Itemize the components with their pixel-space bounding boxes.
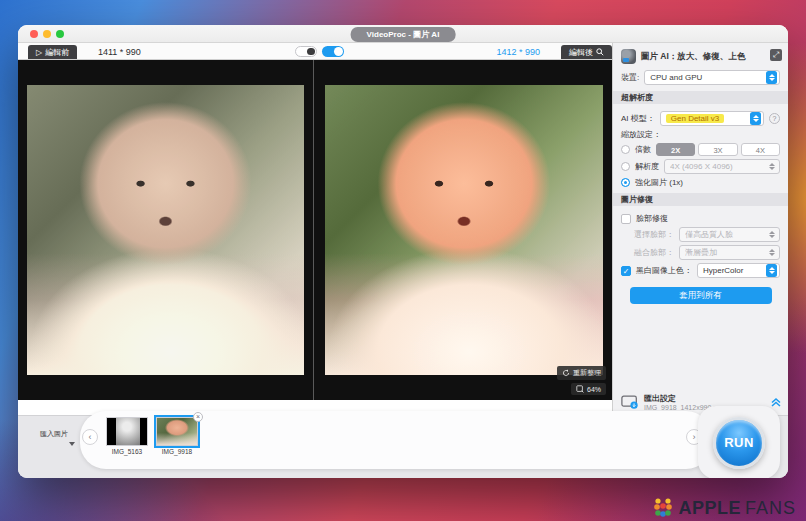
zoom-window-button[interactable] [56, 30, 64, 38]
image-repair-body: 臉部修復 選擇臉部： 僅高品質人臉 融合臉部： 漸層疊加 [613, 206, 788, 306]
filmstrip-bar: 匯入圖片 ‹ IMG_5163 × IMG_9918 › RUN [18, 415, 788, 478]
thumbnail-img-5163[interactable]: IMG_5163 [106, 417, 148, 455]
after-panel[interactable]: 重新整理 64% [316, 60, 612, 400]
ai-model-row: AI 模型： Gen Detail v3 ? [621, 111, 780, 126]
remove-thumbnail-icon[interactable]: × [193, 412, 203, 422]
before-image [27, 85, 304, 375]
colorize-checkbox[interactable]: ✓ [621, 266, 631, 276]
resolution-radio-row: 解析度 4X (4096 X 4096) [621, 159, 780, 174]
enhance-radio-label: 強化圖片 (1x) [635, 177, 683, 188]
preview-toggle-on[interactable] [322, 46, 344, 57]
tab-after-label: 編輯後 [569, 47, 593, 58]
expand-panel-icon[interactable]: ⤢ [770, 49, 782, 61]
ai-model-label: AI 模型： [621, 113, 655, 124]
zoom-level: 64% [587, 386, 601, 393]
import-image-button[interactable]: 匯入圖片 [34, 426, 74, 439]
face-select-value: 僅高品質人臉 [685, 229, 766, 240]
window-title: VideoProc - 圖片 AI [351, 27, 456, 42]
run-button[interactable]: RUN [713, 417, 765, 469]
face-blend-label: 融合臉部： [634, 247, 674, 258]
resolution-value: 4X (4096 X 4096) [670, 162, 766, 171]
brand-bold: APPLE [678, 498, 741, 519]
sidebar-header: 圖片 AI：放大、修復、上色 [613, 43, 788, 68]
scale-radio-label: 倍數 [635, 144, 651, 155]
thumbnail-name: IMG_5163 [106, 448, 148, 455]
device-select[interactable]: CPU and GPU [644, 70, 780, 85]
face-select-dropdown: 僅高品質人臉 [679, 227, 780, 242]
brand-light: FANS [745, 498, 796, 519]
face-select-label: 選擇臉部： [634, 229, 674, 240]
enhance-radio[interactable] [621, 178, 630, 187]
close-window-button[interactable] [30, 30, 38, 38]
refresh-icon [562, 369, 570, 377]
scroll-left-button[interactable]: ‹ [82, 429, 98, 445]
stepper-icon [766, 160, 777, 173]
colorize-row: ✓ 黑白圖像上色： HyperColor [621, 263, 780, 278]
thumbnail-tray: ‹ IMG_5163 × IMG_9918 › [80, 411, 712, 469]
toggle-knob [334, 47, 343, 56]
settings-sidebar: 圖片 AI：放大、修復、上色 ⤢ 裝置: CPU and GPU 超解析度 AI… [612, 43, 788, 415]
resolution-radio[interactable] [621, 162, 630, 171]
tab-before-label: 編輯前 [45, 47, 69, 58]
colorize-label: 黑白圖像上色： [636, 265, 692, 276]
super-resolution-body: AI 模型： Gen Detail v3 ? 縮放設定： 倍數 2X 3X [613, 104, 788, 193]
ai-model-value: Gen Detail v3 [666, 114, 724, 123]
section-image-repair: 圖片修復 [613, 193, 788, 206]
magnifier-icon [596, 48, 604, 56]
run-tray: RUN [698, 406, 780, 478]
face-restore-row: 臉部修復 [621, 213, 780, 224]
stepper-icon [766, 71, 777, 84]
before-panel[interactable] [18, 60, 314, 400]
scale-4x-button[interactable]: 4X [741, 143, 780, 156]
desktop-wallpaper: VideoProc - 圖片 AI ▷ 編輯前 1411 * 990 1412 … [0, 0, 806, 521]
import-label: 匯入圖片 [34, 429, 74, 439]
minimize-window-button[interactable] [43, 30, 51, 38]
scale-settings-label: 縮放設定： [621, 129, 661, 140]
thumbnail-img-9918-selected[interactable]: × IMG_9918 [156, 417, 198, 455]
device-row: 裝置: CPU and GPU [613, 68, 788, 91]
collapse-chevrons-icon[interactable] [770, 396, 782, 408]
app-window: VideoProc - 圖片 AI ▷ 編輯前 1411 * 990 1412 … [18, 25, 788, 478]
face-blend-dropdown: 漸層疊加 [679, 245, 780, 260]
scale-2x-button[interactable]: 2X [656, 143, 695, 156]
import-dropdown-caret[interactable] [69, 442, 75, 446]
tab-after[interactable]: 編輯後 [561, 45, 612, 59]
after-image [325, 85, 603, 375]
stepper-icon [766, 228, 777, 241]
export-title: 匯出設定 [644, 393, 765, 404]
face-blend-value: 漸層疊加 [685, 247, 766, 258]
thumbnail-name: IMG_9918 [156, 448, 198, 455]
device-label: 裝置: [621, 72, 639, 83]
face-restore-checkbox[interactable] [621, 214, 631, 224]
stepper-icon [766, 264, 777, 277]
scale-3x-button[interactable]: 3X [698, 143, 737, 156]
help-icon[interactable]: ? [769, 113, 780, 124]
colorize-value: HyperColor [703, 266, 766, 275]
zoom-indicator[interactable]: 64% [571, 383, 606, 395]
before-dimensions: 1411 * 990 [98, 47, 141, 57]
refresh-button[interactable]: 重新整理 [557, 366, 606, 380]
compare-toggle-off[interactable] [295, 46, 317, 57]
scale-radio-row: 倍數 2X 3X 4X [621, 143, 780, 156]
after-dimensions: 1412 * 990 [496, 47, 540, 57]
face-select-row: 選擇臉部： 僅高品質人臉 [634, 227, 780, 242]
tab-before[interactable]: ▷ 編輯前 [28, 45, 77, 59]
applefans-watermark: APPLE FANS [652, 497, 796, 519]
thumbnail-image [156, 417, 198, 446]
ai-model-select[interactable]: Gen Detail v3 [660, 111, 764, 126]
device-value: CPU and GPU [650, 73, 766, 82]
sidebar-title: 圖片 AI：放大、修復、上色 [641, 51, 745, 63]
scale-radio[interactable] [621, 145, 630, 154]
apply-to-all-button[interactable]: 套用到所有 [630, 287, 772, 304]
colorize-select[interactable]: HyperColor [697, 263, 780, 278]
export-icon [621, 395, 639, 410]
titlebar: VideoProc - 圖片 AI [18, 25, 788, 43]
preview-canvas: 重新整理 64% [18, 60, 612, 400]
face-blend-row: 融合臉部： 漸層疊加 [634, 245, 780, 260]
play-icon: ▷ [36, 48, 42, 57]
resolution-select: 4X (4096 X 4096) [664, 159, 780, 174]
toggle-knob [307, 48, 315, 55]
zoom-icon [576, 385, 584, 393]
face-restore-label: 臉部修復 [636, 213, 668, 224]
image-ai-icon [621, 49, 636, 64]
